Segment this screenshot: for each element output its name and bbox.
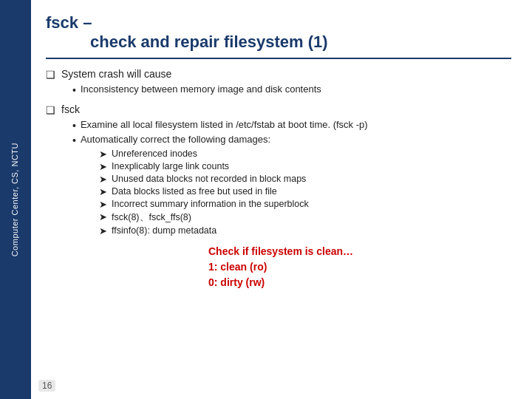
arrow-text-3: Unused data blocks not recorded in block… xyxy=(112,174,306,184)
section-fsck: ❑ fsck • Examine all local filesystem li… xyxy=(46,103,511,236)
section-fsck-header: ❑ fsck xyxy=(46,103,511,116)
dot-icon-1: • xyxy=(72,84,76,96)
arrow-text-1: Unreferenced inodes xyxy=(112,149,197,159)
arrow-icon-3: ➤ xyxy=(99,174,107,185)
arrow-text-2: Inexplicably large link counts xyxy=(112,161,229,171)
bullet-q-2: ❑ xyxy=(46,104,55,116)
title-section: fsck – check and repair filesystem (1) xyxy=(46,13,511,59)
arrow-item-6: ➤ fsck(8)、fsck_ffs(8) xyxy=(99,211,511,224)
main-content: fsck – check and repair filesystem (1) ❑… xyxy=(31,0,532,399)
section-crash-title: System crash will cause xyxy=(61,68,171,80)
arrow-text-4: Data blocks listed as free but used in f… xyxy=(112,186,277,197)
check-line2: 1: clean (ro) xyxy=(208,259,511,275)
fsck-subitem-1: • Examine all local filesystem listed in… xyxy=(72,119,511,132)
arrow-text-7: ffsinfo(8): dump metadata xyxy=(112,225,216,236)
title-line1: fsck – xyxy=(46,13,511,33)
arrow-item-7: ➤ ffsinfo(8): dump metadata xyxy=(99,225,511,236)
arrow-item-2: ➤ Inexplicably large link counts xyxy=(99,161,511,172)
title-line2: check and repair filesystem (1) xyxy=(90,33,511,52)
crash-subitem-text-1: Inconsistency between memory image and d… xyxy=(81,83,321,95)
fsck-subitem-text-2: Automatically correct the following dama… xyxy=(81,134,270,145)
check-section: Check if filesystem is clean… 1: clean (… xyxy=(208,244,511,290)
fsck-subitem-2: • Automatically correct the following da… xyxy=(72,134,511,146)
check-line1: Check if filesystem is clean… xyxy=(208,244,511,259)
arrow-icon-1: ➤ xyxy=(99,149,107,160)
section-crash-header: ❑ System crash will cause xyxy=(46,68,511,81)
dot-icon-3: • xyxy=(72,134,76,146)
check-line3: 0: dirty (rw) xyxy=(208,275,511,290)
arrow-list: ➤ Unreferenced inodes ➤ Inexplicably lar… xyxy=(99,149,511,236)
arrow-icon-6: ➤ xyxy=(99,211,107,222)
arrow-text-5: Incorrect summary information in the sup… xyxy=(112,199,309,209)
arrow-icon-7: ➤ xyxy=(99,225,107,236)
section-fsck-title: fsck xyxy=(61,103,80,115)
arrow-item-4: ➤ Data blocks listed as free but used in… xyxy=(99,186,511,197)
fsck-subitem-text-1: Examine all local filesystem listed in /… xyxy=(81,119,368,130)
arrow-icon-2: ➤ xyxy=(99,161,107,172)
bullet-q-1: ❑ xyxy=(46,69,55,81)
arrow-icon-4: ➤ xyxy=(99,186,107,197)
arrow-icon-5: ➤ xyxy=(99,199,107,210)
page-number: 16 xyxy=(38,380,55,392)
arrow-item-3: ➤ Unused data blocks not recorded in blo… xyxy=(99,174,511,185)
sidebar: Computer Center, CS, NCTU xyxy=(0,0,31,399)
content-body: ❑ System crash will cause • Inconsistenc… xyxy=(46,68,511,386)
arrow-item-5: ➤ Incorrect summary information in the s… xyxy=(99,199,511,210)
arrow-item-1: ➤ Unreferenced inodes xyxy=(99,149,511,160)
section-crash: ❑ System crash will cause • Inconsistenc… xyxy=(46,68,511,96)
dot-icon-2: • xyxy=(72,120,76,132)
crash-subitem-1: • Inconsistency between memory image and… xyxy=(72,83,511,96)
arrow-text-6: fsck(8)、fsck_ffs(8) xyxy=(112,211,191,224)
sidebar-label: Computer Center, CS, NCTU xyxy=(10,143,21,256)
